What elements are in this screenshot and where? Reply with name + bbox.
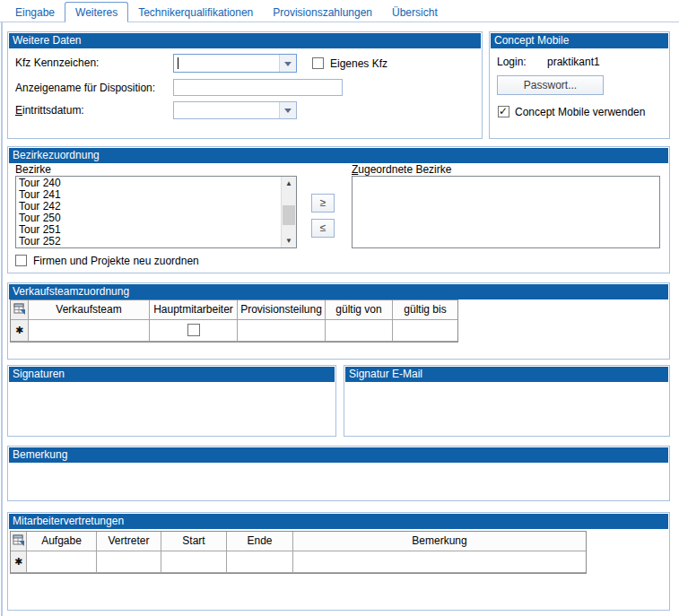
tab-strip: Eingabe Weiteres Technikerqualifikatione… (0, 0, 679, 22)
group-mitarbeitervertretungen-title: Mitarbeitervertretungen (9, 514, 668, 529)
tab-eingabe[interactable]: Eingabe (5, 3, 65, 22)
cell-start[interactable] (161, 551, 227, 573)
cell-provisionsteilung[interactable] (238, 320, 326, 342)
cell-verkaufsteam[interactable] (29, 320, 150, 342)
cell-aufgabe[interactable] (27, 551, 97, 573)
group-signaturen-title: Signaturen (9, 367, 335, 382)
tab-weiteres[interactable]: Weiteres (65, 2, 128, 22)
group-mitarbeitervertretungen: Mitarbeitervertretungen Aufgabe Vertrete… (7, 512, 670, 611)
zugeordnete-bezirke-label: Zugeordnete Bezirke (352, 164, 451, 176)
group-signatur-email: Signatur E-Mail (344, 365, 670, 437)
bezirke-scrollbar[interactable]: ▲ ▼ (281, 177, 296, 247)
group-weitere-daten: Weitere Daten Kfz Kennzeichen: Eigenes K… (7, 31, 483, 139)
cell-gueltig-bis[interactable] (393, 320, 457, 342)
column-header-provisionsteilung[interactable]: Provisionsteilung (238, 300, 326, 320)
group-concept-mobile-title: Concept Mobile (491, 33, 668, 48)
scroll-down-icon[interactable]: ▼ (282, 234, 296, 247)
column-header-bemerkung[interactable]: Bemerkung (293, 532, 586, 551)
scroll-up-icon[interactable]: ▲ (282, 177, 296, 190)
tab-technikerqualifikationen[interactable]: Technikerqualifikationen (128, 3, 263, 22)
bezirke-label: Bezirke (15, 164, 51, 176)
passwort-button[interactable]: Passwort... (497, 75, 604, 95)
tab-provisionszahlungen[interactable]: Provisionszahlungen (263, 3, 382, 22)
firmen-projekte-checkbox[interactable] (15, 255, 27, 266)
grid-selector-icon[interactable] (11, 300, 29, 320)
mitarbeitervertretungen-grid: Aufgabe Vertreter Start Ende Bemerkung ✱ (10, 531, 587, 574)
bemerkung-textarea[interactable] (9, 463, 668, 499)
scrollbar-thumb[interactable] (283, 205, 295, 225)
text-caret (178, 57, 178, 69)
eigenes-kfz-checkbox[interactable] (312, 57, 324, 69)
column-header-aufgabe[interactable]: Aufgabe (27, 532, 97, 551)
column-header-verkaufsteam[interactable]: Verkaufsteam (29, 300, 150, 320)
employee-details-window: Eingabe Weiteres Technikerqualifikatione… (0, 0, 679, 616)
hauptmitarbeiter-checkbox[interactable] (187, 324, 200, 336)
column-header-gueltig-von[interactable]: gültig von (326, 300, 393, 320)
signatur-email-textarea[interactable] (345, 382, 668, 435)
group-bezirkezuordnung-title: Bezirkezuordnung (9, 148, 668, 163)
cell-vertreter[interactable] (97, 551, 161, 573)
firmen-projekte-label: Firmen und Projekte neu zuordnen (33, 256, 199, 267)
group-signaturen: Signaturen (7, 365, 336, 437)
cell-gueltig-von[interactable] (326, 320, 393, 342)
cell-bemerkung[interactable] (293, 551, 586, 573)
kfz-kennzeichen-combobox[interactable] (173, 54, 297, 73)
concept-mobile-verwenden-checkbox[interactable] (498, 106, 509, 117)
login-label: Login: (497, 56, 527, 68)
bezirke-list-items: Tour 240 Tour 241 Tour 242 Tour 250 Tour… (16, 178, 281, 247)
column-header-vertreter[interactable]: Vertreter (97, 532, 161, 551)
login-value: praktikant1 (547, 56, 600, 68)
new-row-marker: ✱ (11, 320, 29, 342)
column-header-gueltig-bis[interactable]: gültig bis (393, 300, 457, 320)
grid-selector-icon[interactable] (11, 532, 27, 551)
new-row-marker: ✱ (11, 551, 27, 573)
signaturen-textarea[interactable] (9, 382, 335, 435)
group-bemerkung-title: Bemerkung (9, 447, 668, 463)
move-left-button[interactable]: ≤ (311, 219, 335, 238)
list-item[interactable]: Tour 252 (16, 236, 281, 247)
cell-hauptmitarbeiter[interactable] (150, 320, 238, 342)
eigenes-kfz-label: Eigenes Kfz (330, 58, 387, 70)
group-signatur-email-title: Signatur E-Mail (345, 367, 668, 382)
move-right-button[interactable]: ≥ (311, 194, 335, 213)
zugeordnete-bezirke-listbox[interactable] (352, 176, 660, 248)
cell-ende[interactable] (227, 551, 293, 573)
bezirke-listbox[interactable]: Tour 240 Tour 241 Tour 242 Tour 250 Tour… (15, 176, 297, 248)
chevron-down-icon[interactable] (279, 55, 296, 72)
group-verkaufsteamzuordnung: Verkaufsteamzuordnung Verkaufsteam Haupt… (7, 282, 670, 360)
group-bemerkung: Bemerkung (7, 446, 670, 501)
column-header-ende[interactable]: Ende (227, 532, 293, 551)
column-header-hauptmitarbeiter[interactable]: Hauptmitarbeiter (150, 300, 238, 320)
chevron-down-icon[interactable] (279, 102, 296, 118)
verkaufsteam-grid: Verkaufsteam Hauptmitarbeiter Provisions… (10, 299, 458, 343)
tab-page-left-border (1, 22, 3, 616)
tab-uebersicht[interactable]: Übersicht (382, 3, 448, 22)
group-weitere-daten-title: Weitere Daten (9, 33, 481, 48)
group-verkaufsteamzuordnung-title: Verkaufsteamzuordnung (9, 284, 668, 299)
eintrittsdatum-label: Eintrittsdatum: (15, 105, 84, 117)
group-concept-mobile: Concept Mobile Login: praktikant1 Passwo… (489, 31, 670, 139)
eintrittsdatum-combobox[interactable] (173, 101, 297, 119)
anzeigename-input[interactable] (173, 79, 343, 96)
column-header-start[interactable]: Start (161, 532, 227, 551)
anzeigename-label: Anzeigename für Disposition: (15, 82, 155, 94)
group-bezirkezuordnung: Bezirkezuordnung Bezirke Tour 240 Tour 2… (7, 146, 670, 273)
concept-mobile-verwenden-label: Concept Mobile verwenden (515, 107, 645, 118)
kfz-kennzeichen-label: Kfz Kennzeichen: (15, 57, 99, 69)
